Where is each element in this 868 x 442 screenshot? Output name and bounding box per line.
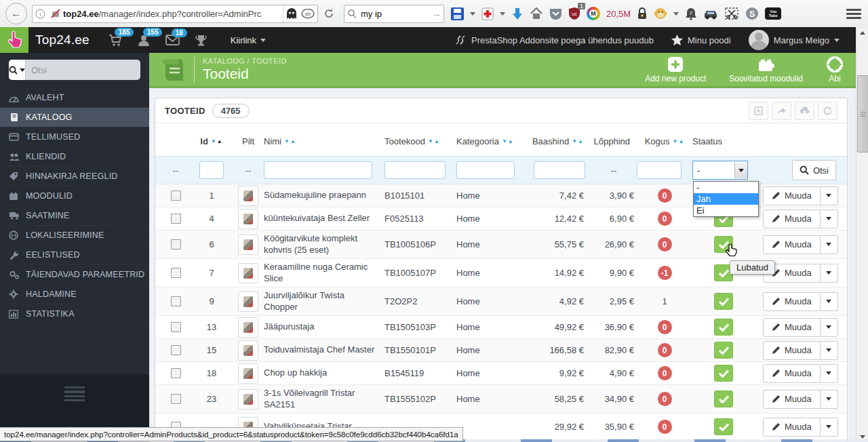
product-name[interactable]: Köögitarvikute komplekt kohvris (25 eset… — [264, 233, 384, 256]
edit-button[interactable]: Muuda — [763, 186, 821, 205]
monkey-icon[interactable] — [654, 7, 667, 20]
browser-search-input[interactable] — [359, 8, 429, 20]
pocket-icon[interactable] — [549, 7, 562, 20]
adblock-shield-icon[interactable]: uc1 — [568, 7, 580, 20]
column-header-kogus[interactable]: Kogus▼▲ — [637, 136, 692, 146]
column-header-tootekood[interactable]: Tootekood▼▲ — [384, 136, 456, 146]
row-checkbox[interactable] — [171, 296, 181, 306]
health-extension-icon[interactable] — [481, 7, 494, 20]
url-bar[interactable]: i top24.ee/manager/index.php?controller=… — [32, 5, 318, 23]
row-checkbox[interactable] — [171, 214, 181, 224]
help-button[interactable]: Abi — [826, 56, 844, 83]
status-option[interactable]: Ei — [694, 205, 758, 216]
lock-icon[interactable] — [637, 7, 648, 20]
product-name[interactable]: Jääpurustaja — [264, 321, 384, 332]
row-checkbox[interactable] — [171, 345, 181, 355]
edit-dropdown-button[interactable] — [821, 318, 838, 337]
save-page-icon[interactable] — [451, 7, 464, 20]
edit-button[interactable]: Muuda — [763, 235, 821, 254]
sidebar-item-tellimused[interactable]: TELLIMUSED — [0, 127, 149, 147]
import-cloud-icon-button[interactable] — [795, 102, 814, 120]
row-checkbox[interactable] — [171, 239, 181, 249]
column-header-baashind[interactable]: Baashind▼▲ — [523, 136, 591, 146]
car-extension-icon[interactable] — [703, 7, 718, 20]
sidebar-item-hinnakirja-reeglid[interactable]: HINNAKIRJA REEGLID — [0, 167, 149, 186]
row-checkbox[interactable] — [171, 368, 181, 378]
product-name[interactable]: 3-1s Võileivagrill Tristar SA2151 — [264, 388, 384, 410]
filter-baseprice-input[interactable] — [534, 161, 585, 179]
recommended-modules-button[interactable]: Soovitatud moodulid — [729, 56, 803, 83]
my-shop-link[interactable]: Minu poodi — [671, 35, 731, 45]
edit-dropdown-button[interactable] — [821, 264, 838, 283]
edit-button[interactable]: Muuda — [763, 209, 821, 228]
sidebar-item-kataloog[interactable]: KATALOOG — [0, 108, 149, 127]
sort-icons[interactable]: ▼▲ — [428, 138, 440, 144]
sort-icons[interactable]: ▼▲ — [211, 138, 223, 144]
status-toggle-button[interactable] — [714, 390, 733, 407]
extension-icon[interactable]: ab — [301, 8, 315, 19]
status-toggle-button[interactable] — [714, 293, 733, 310]
filter-id-input[interactable] — [199, 161, 224, 179]
browser-search-bar[interactable]: → — [344, 5, 444, 23]
edit-dropdown-button[interactable] — [821, 186, 838, 205]
filter-category-input[interactable] — [456, 161, 515, 179]
column-header-kategooria[interactable]: Kategooria▼▲ — [456, 136, 523, 146]
breadcrumb[interactable]: KATALOOG / TOOTEID — [203, 57, 287, 65]
sidebar-item-avaleht[interactable]: AVALEHT — [0, 88, 149, 108]
health-dropdown-icon[interactable] — [500, 12, 505, 16]
edit-dropdown-button[interactable] — [821, 364, 838, 383]
sort-icons[interactable]: ▼▲ — [502, 138, 514, 144]
page-scrollbar[interactable] — [856, 27, 868, 442]
edit-button[interactable]: Muuda — [763, 292, 821, 311]
sort-icons[interactable]: ▼▲ — [673, 138, 685, 144]
select-dropdown-button[interactable] — [734, 162, 747, 178]
download-arrow-icon[interactable] — [511, 7, 524, 20]
column-header-nimi[interactable]: Nimi▼▲ — [264, 136, 384, 146]
product-name[interactable]: Chop up hakkija — [264, 367, 384, 378]
sidebar-item-lokaliseerimine[interactable]: LOKALISEERIMINE — [0, 226, 149, 245]
product-name[interactable]: küüntekuivataja Best Zeller — [264, 213, 384, 224]
filter-code-input[interactable] — [384, 161, 446, 179]
edit-dropdown-button[interactable] — [821, 341, 838, 360]
status-option[interactable]: Jah — [694, 193, 758, 205]
sidebar-item-statistika[interactable]: STATISTIKA — [0, 304, 149, 324]
screenshot-scissors-icon[interactable] — [724, 7, 739, 20]
add-product-icon-button[interactable] — [749, 102, 768, 120]
sidebar-search[interactable] — [9, 60, 140, 80]
snooze-bell-icon[interactable]: z — [685, 7, 697, 20]
status-option[interactable]: - — [694, 182, 758, 193]
youtube-icon[interactable]: YouTube — [765, 7, 781, 20]
status-filter-select[interactable]: - - Jah Ei — [692, 161, 748, 180]
ghostery-icon[interactable] — [286, 7, 297, 20]
sidebar-item-haldamine[interactable]: HALDAMINE — [0, 285, 149, 304]
edit-button[interactable]: Muuda — [763, 390, 821, 409]
product-name[interactable]: Juurviljalõikur Twista Chopper — [264, 290, 384, 313]
filter-qty-input[interactable] — [637, 161, 682, 179]
refresh-icon-button[interactable] — [818, 102, 837, 120]
scrollbar-thumb[interactable] — [857, 75, 868, 153]
sidebar-item-saatmine[interactable]: SAATMINE — [0, 206, 149, 226]
sidebar-search-input[interactable] — [26, 60, 140, 80]
search-scope-button[interactable] — [9, 60, 26, 80]
browser-menu-icon[interactable] — [846, 9, 861, 19]
customers-icon[interactable]: 155 — [137, 34, 151, 47]
sidebar-item-taiendavad-parameetrid[interactable]: TÄIENDAVAD PARAMEETRID — [0, 265, 149, 285]
go-arrow-icon[interactable]: → — [432, 9, 441, 19]
edit-button[interactable]: Muuda — [763, 418, 821, 437]
addons-connection-status[interactable]: PrestaShop Addonsite poega ühendus puudu… — [454, 34, 654, 46]
messages-envelope-icon[interactable]: 18 — [165, 35, 180, 45]
user-menu[interactable]: Margus Meigo — [749, 30, 840, 50]
row-checkbox[interactable] — [171, 394, 181, 404]
product-name[interactable]: Keraamiline nuga Ceramic Slice — [264, 262, 384, 284]
edit-dropdown-button[interactable] — [821, 292, 838, 311]
collapse-menu-icon[interactable] — [64, 386, 85, 401]
product-name[interactable]: Südamekujuline praepann — [264, 190, 384, 201]
status-toggle-button[interactable] — [714, 342, 733, 359]
row-checkbox[interactable] — [171, 268, 181, 278]
reload-button[interactable] — [321, 5, 337, 22]
edit-button[interactable]: Muuda — [763, 341, 821, 360]
orders-cart-icon[interactable]: 185 — [108, 34, 122, 47]
sidebar-item-moodulid[interactable]: MOODULID — [0, 186, 149, 206]
sidebar-item-kliendid[interactable]: KLIENDID — [0, 147, 149, 167]
column-header-id[interactable]: Id▼▲ — [191, 136, 233, 146]
